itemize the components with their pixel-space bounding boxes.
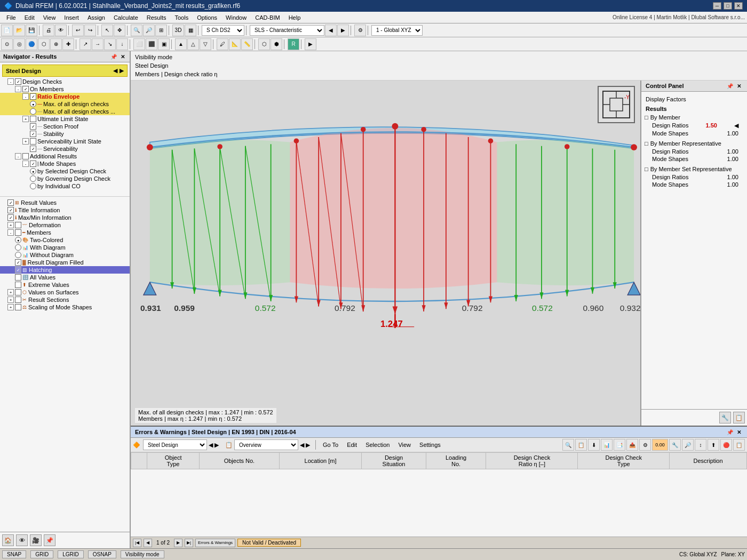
tree-by-governing[interactable]: by Governing Design Check [0,175,130,182]
cp-bottom-btn-1[interactable]: 🔧 [719,412,731,423]
expand-deformation[interactable]: + [7,222,14,228]
err-tb-2[interactable]: 📋 [575,439,587,451]
tb-next-case[interactable]: ▶ [337,25,349,36]
tb2-19[interactable]: 📏 [241,38,253,50]
status-lgrid[interactable]: LGRID [58,550,84,558]
err-tb-1[interactable]: 🔍 [562,439,574,451]
expand-values-on-surfaces[interactable]: + [7,289,14,295]
errors-menu-settings[interactable]: Settings [417,441,443,449]
err-tb-12[interactable]: 🔴 [720,439,732,451]
tb2-18[interactable]: 📐 [229,38,241,50]
cb-on-members[interactable] [22,86,29,92]
expand-mode-shapes[interactable]: - [22,161,29,167]
err-tb-7[interactable]: ⚙ [639,439,651,451]
status-visibility[interactable]: Visibility mode [121,550,164,558]
load-case-dropdown[interactable]: S Ch DS2 [202,25,244,36]
tree-ratio-envelope[interactable]: - Ratio Envelope [0,93,130,100]
menu-view[interactable]: View [39,13,60,22]
errors-menu-edit[interactable]: Edit [345,441,359,449]
cb-sls[interactable] [30,138,36,145]
tree-all-values[interactable]: 🔢 All Values [0,274,130,281]
cb-mode-shapes[interactable] [30,161,36,167]
tb-prev-case[interactable]: ◀ [325,25,337,36]
tb-fit[interactable]: ⊞ [155,25,167,36]
tb-print[interactable]: 🖨 [43,25,54,36]
tree-title-info[interactable]: ℹ Title Information [0,206,130,214]
status-grid[interactable]: GRID [30,550,53,558]
tb-zoom-in[interactable]: 🔍 [131,25,142,36]
cb-section-proof[interactable] [30,123,36,130]
cp-bottom-btn-2[interactable]: 📋 [733,412,745,423]
tb-preview[interactable]: 👁 [55,25,67,36]
expand-uls[interactable]: + [22,116,29,122]
tb2-9[interactable]: ↘ [104,38,116,50]
err-nav-last[interactable]: ▶| [185,539,193,547]
tree-serviceability[interactable]: — Serviceability [0,145,130,153]
minimize-button[interactable]: ─ [713,2,721,10]
nav-close-icon[interactable]: ✕ [119,53,126,60]
tree-result-diagram-filled[interactable]: ▓ Result Diagram Filled [0,259,130,266]
design-dropdown-prev[interactable]: ◀ [113,67,117,74]
design-dropdown-next[interactable]: ▶ [120,67,124,74]
radio-with-diagram[interactable] [15,244,21,251]
errors-view-prev[interactable]: ◀ [300,442,304,449]
err-tb-4[interactable]: 📊 [601,439,613,451]
design-situation-dropdown[interactable]: SLS - Characteristic [250,25,324,36]
errors-module-dropdown[interactable]: Steel Design [143,439,207,450]
menu-file[interactable]: File [2,13,20,22]
menu-insert[interactable]: Insert [60,13,83,22]
tree-sls[interactable]: + Serviceability Limit State [0,138,130,145]
cb-extreme-values[interactable] [15,282,21,288]
err-nav-prev[interactable]: ◀ [144,539,152,547]
nav-bottom-btn-3[interactable]: 🎥 [30,534,42,546]
cb-serviceability[interactable] [30,146,36,152]
menu-edit[interactable]: Edit [20,13,39,22]
tb2-5[interactable]: ⊕ [50,38,62,50]
tree-stability[interactable]: — Stability [0,130,130,138]
cb-members[interactable] [15,229,21,236]
menu-cadbim[interactable]: CAD-BIM [251,13,284,22]
tb-undo[interactable]: ↩ [72,25,84,36]
tree-max-all-1[interactable]: — Max. of all design checks [0,100,130,108]
cb-ratio-envelope[interactable] [30,93,36,100]
tree-by-selected[interactable]: by Selected Design Check [0,167,130,175]
tb2-3[interactable]: 🔵 [26,38,37,50]
expand-ratio-envelope[interactable]: - [22,93,29,100]
cb-hatching[interactable] [15,267,21,273]
cp-pin-icon[interactable]: 📌 [726,82,734,90]
cb-result-diagram-filled[interactable] [15,259,21,266]
tb-redo[interactable]: ↪ [84,25,96,36]
cb-result-values[interactable] [7,199,14,206]
tb-move[interactable]: ✥ [114,25,125,36]
tree-values-on-surfaces[interactable]: + ⬡ Values on Surfaces [0,289,130,296]
tb-settings[interactable]: ⚙ [354,25,366,36]
tree-hatching[interactable]: ▨ Hatching [0,266,130,274]
expand-by-member[interactable]: □ [645,114,648,121]
tree-by-individual[interactable]: by Individual CO [0,182,130,190]
nav-bottom-btn-2[interactable]: 👁 [16,534,28,546]
menu-help[interactable]: Help [284,13,305,22]
maximize-button[interactable]: □ [724,2,732,10]
tree-with-diagram[interactable]: 📊 With Diagram [0,244,130,251]
tb-zoom-out[interactable]: 🔎 [143,25,155,36]
tb-3d[interactable]: 3D [172,25,184,36]
menu-options[interactable]: Options [193,13,221,22]
tree-without-diagram[interactable]: 📊 Without Diagram [0,251,130,259]
tree-on-members[interactable]: - On Members [0,85,130,93]
cb-design-checks[interactable] [15,78,21,85]
radio-by-selected[interactable] [30,168,36,174]
tb2-6[interactable]: ✚ [62,38,74,50]
errors-menu-view[interactable]: View [396,441,413,449]
tb2-2[interactable]: ◎ [13,38,25,50]
radio-by-individual[interactable] [30,183,36,189]
tb-new[interactable]: 📄 [1,25,13,36]
status-snap[interactable]: SNAP [2,550,26,558]
err-nav-first[interactable]: |◀ [133,539,141,547]
tb2-1[interactable]: ⊙ [1,38,13,50]
tree-maxmin-info[interactable]: ℹ Max/Min Information [0,214,130,221]
tb2-anim[interactable]: ▶ [305,38,316,50]
radio-max-all-1[interactable] [30,101,36,107]
tb2-16[interactable]: ▽ [200,38,211,50]
expand-result-sections[interactable]: + [7,297,14,303]
errors-close-icon[interactable]: ✕ [735,428,743,436]
